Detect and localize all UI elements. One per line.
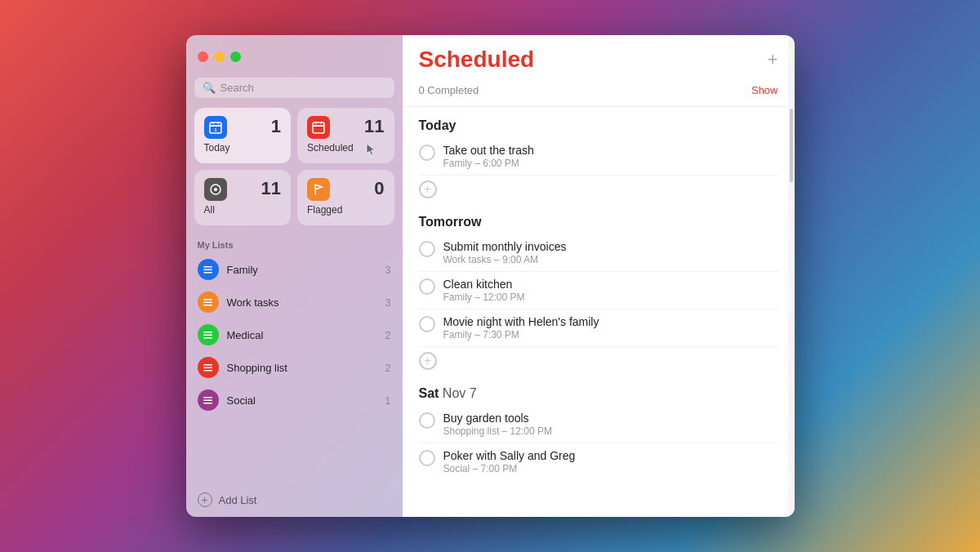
lists-container: Family 3 Work tasks 3 Medical 2 <box>186 253 403 483</box>
list-item-social[interactable]: Social 1 <box>186 384 403 416</box>
scheduled-count: 11 <box>364 116 384 137</box>
main-header: Scheduled + <box>403 35 795 81</box>
task-row[interactable]: Movie night with Helen's family Family –… <box>419 309 778 347</box>
today-icon: 1 <box>204 116 227 139</box>
title-bar <box>186 35 403 78</box>
svg-rect-7 <box>315 122 317 124</box>
family-label: Family <box>227 264 377 276</box>
task-meta: Social – 7:00 PM <box>443 463 778 474</box>
task-meta: Work tasks – 9:00 AM <box>443 254 778 265</box>
section-header-tomorrow: Tomorrow <box>419 203 778 234</box>
family-count: 3 <box>385 264 390 276</box>
close-button[interactable] <box>198 51 208 62</box>
today-count: 1 <box>271 116 281 137</box>
completed-text: 0 Completed <box>419 84 479 96</box>
work-tasks-count: 3 <box>385 296 390 309</box>
task-info: Poker with Sally and Greg Social – 7:00 … <box>443 449 778 474</box>
work-tasks-label: Work tasks <box>227 296 377 309</box>
social-label: Social <box>227 394 377 407</box>
task-checkbox[interactable] <box>419 241 435 257</box>
task-checkbox[interactable] <box>419 412 435 429</box>
task-checkbox[interactable] <box>419 316 435 332</box>
list-item-work-tasks[interactable]: Work tasks 3 <box>186 286 403 318</box>
svg-rect-18 <box>203 334 212 336</box>
smart-card-scheduled[interactable]: 11 Scheduled <box>297 108 394 163</box>
work-tasks-icon <box>198 292 219 313</box>
svg-rect-6 <box>313 125 324 127</box>
task-info: Movie night with Helen's family Family –… <box>443 315 778 341</box>
task-row[interactable]: Submit monthly invoices Work tasks – 9:0… <box>419 234 778 272</box>
medical-label: Medical <box>227 329 377 341</box>
shopping-list-count: 2 <box>385 362 390 374</box>
flagged-count: 0 <box>374 178 384 199</box>
add-item-tomorrow-button[interactable]: + <box>419 352 437 370</box>
smart-cards-grid: 1 1 Today 11 Scheduled <box>186 108 403 234</box>
today-label: Today <box>204 142 282 154</box>
minimize-button[interactable] <box>214 51 225 62</box>
search-bar[interactable]: 🔍 <box>194 78 394 98</box>
my-lists-header: My Lists <box>186 234 403 253</box>
task-checkbox[interactable] <box>419 278 435 295</box>
all-icon <box>204 178 227 201</box>
scrollbar-thumb <box>790 109 793 182</box>
task-title: Take out the trash <box>443 144 778 157</box>
svg-rect-20 <box>203 364 212 366</box>
svg-rect-17 <box>203 332 212 333</box>
section-header-sat: Sat Nov 7 <box>419 375 778 406</box>
svg-rect-25 <box>203 403 212 404</box>
completed-bar: 0 Completed Show <box>403 81 795 107</box>
task-meta: Family – 12:00 PM <box>443 292 778 303</box>
svg-rect-22 <box>203 370 212 372</box>
flagged-icon <box>307 178 330 201</box>
section-header-today: Today <box>419 107 778 138</box>
task-row[interactable]: Buy garden tools Shopping list – 12:00 P… <box>419 406 778 443</box>
traffic-lights <box>198 51 241 62</box>
svg-rect-3 <box>217 122 219 124</box>
list-item-family[interactable]: Family 3 <box>186 253 403 286</box>
page-title: Scheduled <box>419 47 535 73</box>
task-checkbox[interactable] <box>419 145 435 161</box>
search-input[interactable] <box>220 82 386 94</box>
tasks-scroll[interactable]: Today Take out the trash Family – 6:00 P… <box>403 107 795 517</box>
task-info: Clean kitchen Family – 12:00 PM <box>443 278 778 303</box>
task-row[interactable]: Take out the trash Family – 6:00 PM <box>419 138 778 176</box>
smart-card-today[interactable]: 1 1 Today <box>194 108 292 163</box>
smart-card-all[interactable]: 11 All <box>194 170 292 225</box>
svg-rect-12 <box>203 269 212 270</box>
task-info: Buy garden tools Shopping list – 12:00 P… <box>443 412 778 437</box>
shopping-list-label: Shopping list <box>227 362 377 374</box>
task-meta: Shopping list – 12:00 PM <box>443 425 778 437</box>
search-icon: 🔍 <box>203 82 216 94</box>
svg-rect-21 <box>203 367 212 368</box>
list-item-medical[interactable]: Medical 2 <box>186 318 403 351</box>
add-list-button[interactable]: + Add List <box>186 483 403 517</box>
flagged-label: Flagged <box>307 204 385 216</box>
smart-card-flagged[interactable]: 0 Flagged <box>297 170 394 225</box>
svg-rect-23 <box>203 397 212 398</box>
add-list-icon: + <box>198 492 212 507</box>
task-checkbox[interactable] <box>419 450 435 466</box>
svg-rect-8 <box>321 122 323 124</box>
social-count: 1 <box>385 394 390 407</box>
social-icon <box>198 390 219 411</box>
task-row[interactable]: Poker with Sally and Greg Social – 7:00 … <box>419 443 778 480</box>
scrollbar-track[interactable] <box>788 35 795 517</box>
app-window: 🔍 1 1 Today <box>186 35 795 517</box>
svg-rect-24 <box>203 399 212 401</box>
svg-rect-19 <box>203 337 212 339</box>
task-title: Movie night with Helen's family <box>443 315 778 328</box>
add-list-label: Add List <box>219 494 257 506</box>
add-task-button[interactable]: + <box>768 51 778 69</box>
all-count: 11 <box>261 178 281 199</box>
svg-rect-5 <box>313 122 324 133</box>
task-title: Clean kitchen <box>443 278 778 291</box>
list-item-shopping-list[interactable]: Shopping list 2 <box>186 351 403 384</box>
add-item-today-button[interactable]: + <box>419 180 437 198</box>
task-meta: Family – 7:30 PM <box>443 329 778 341</box>
svg-rect-11 <box>203 266 212 268</box>
svg-rect-16 <box>203 305 212 306</box>
show-button[interactable]: Show <box>751 84 778 96</box>
svg-text:1: 1 <box>214 127 217 132</box>
task-row[interactable]: Clean kitchen Family – 12:00 PM <box>419 272 778 309</box>
maximize-button[interactable] <box>230 51 241 62</box>
